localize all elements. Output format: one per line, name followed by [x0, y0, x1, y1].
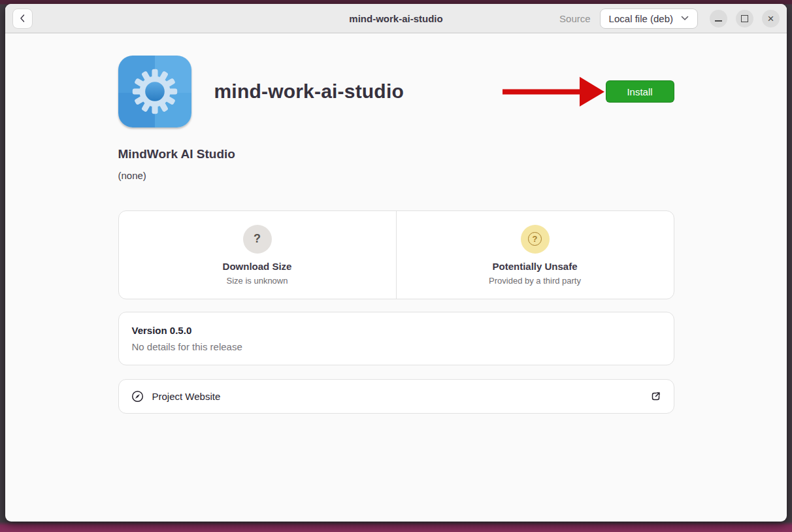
minimize-icon — [715, 20, 722, 22]
circled-question-icon: ? — [528, 232, 542, 246]
website-label: Project Website — [152, 391, 221, 402]
safety-warning-icon: ? — [521, 225, 550, 254]
app-details-page: mind-work-ai-studio Install MindWork AI … — [5, 33, 787, 522]
source-label: Source — [559, 13, 591, 24]
back-button[interactable] — [12, 8, 33, 29]
install-area: Install — [503, 76, 674, 107]
close-icon: × — [768, 13, 774, 24]
version-card: Version 0.5.0 No details for this releas… — [118, 312, 674, 365]
window-title: mind-work-ai-studio — [349, 13, 442, 24]
install-button[interactable]: Install — [606, 80, 674, 103]
download-size-subtitle: Size is unknown — [227, 276, 288, 286]
developer-name: MindWork AI Studio — [118, 147, 674, 161]
safety-subtitle: Provided by a third party — [489, 276, 581, 286]
close-button[interactable]: × — [762, 10, 780, 27]
license-text: (none) — [118, 170, 674, 181]
version-subtitle: No details for this release — [132, 341, 661, 352]
question-mark-icon: ? — [243, 225, 272, 254]
window-controls: × — [710, 10, 780, 27]
safety-tile[interactable]: ? Potentially Unsafe Provided by a third… — [396, 211, 674, 299]
headerbar-right: Source Local file (deb) × — [559, 8, 780, 29]
external-link-icon — [650, 391, 661, 402]
maximize-icon — [741, 15, 748, 22]
maximize-button[interactable] — [736, 10, 753, 27]
chevron-left-icon — [18, 13, 28, 24]
download-size-tile[interactable]: ? Download Size Size is unknown — [119, 211, 396, 299]
project-website-row[interactable]: Project Website — [118, 379, 674, 414]
minimize-button[interactable] — [710, 10, 727, 27]
software-app-window: mind-work-ai-studio Source Local file (d… — [5, 4, 787, 522]
chevron-down-icon — [681, 16, 689, 21]
source-dropdown[interactable]: Local file (deb) — [600, 8, 698, 29]
app-icon — [118, 56, 191, 127]
headerbar: mind-work-ai-studio Source Local file (d… — [5, 4, 787, 33]
app-header: mind-work-ai-studio Install — [118, 56, 674, 127]
context-tiles: ? Download Size Size is unknown ? Potent… — [118, 210, 674, 299]
page-title: mind-work-ai-studio — [214, 80, 404, 103]
safety-title: Potentially Unsafe — [492, 261, 577, 272]
compass-icon — [131, 390, 144, 403]
gear-icon — [130, 67, 180, 116]
download-size-title: Download Size — [223, 261, 292, 272]
version-title: Version 0.5.0 — [132, 325, 661, 336]
source-dropdown-value: Local file (deb) — [609, 13, 673, 24]
red-arrow-annotation — [503, 76, 606, 107]
